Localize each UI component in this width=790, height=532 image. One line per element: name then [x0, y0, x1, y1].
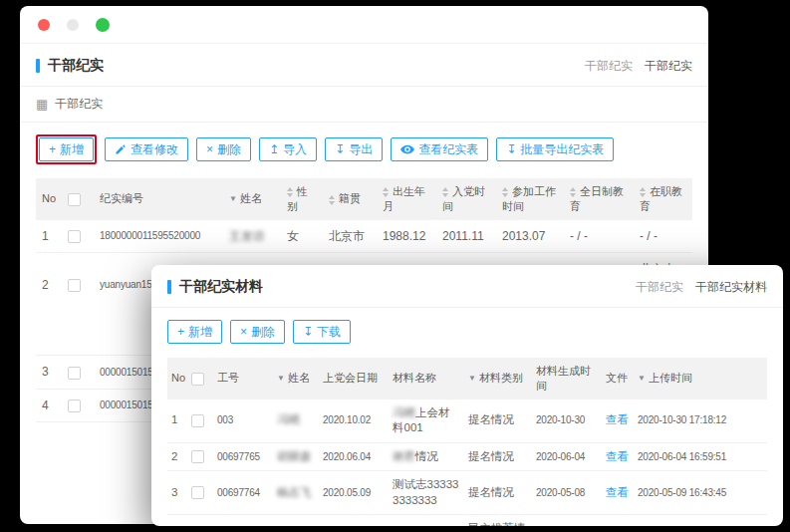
header-join-party-date[interactable]: 入党时间	[436, 178, 496, 220]
cell-employee-id: 00697765	[213, 442, 273, 471]
header-material-category[interactable]: ▼材料类别	[464, 358, 532, 399]
header-name[interactable]: ▼姓名	[273, 358, 319, 399]
close-icon: ×	[240, 326, 247, 338]
cell-upload-time: 2020-06-04 16:59:51	[634, 442, 767, 471]
delete-button[interactable]: × 删除	[230, 320, 285, 344]
cell-generated-time: 2020-06-04	[532, 442, 602, 471]
cell-material-name: 谢君情况	[389, 442, 464, 471]
view-file-link[interactable]: 查看	[606, 486, 629, 498]
header-onjob-education[interactable]: 在职教育	[634, 178, 692, 220]
header-fulltime-education[interactable]: 全日制教育	[564, 178, 634, 220]
sort-icon[interactable]	[640, 187, 646, 197]
header-native-place[interactable]: 籍贯	[323, 178, 377, 220]
sort-icon[interactable]	[329, 195, 335, 205]
plus-icon: +	[177, 326, 184, 338]
add-button[interactable]: + 新增	[167, 320, 222, 344]
header-gender[interactable]: 性别	[281, 178, 323, 220]
breadcrumb: 干部纪实 干部纪实材料	[636, 279, 767, 296]
sort-icon[interactable]	[570, 187, 576, 197]
cell-name: 冯晓	[273, 399, 319, 443]
row-checkbox[interactable]	[68, 399, 81, 412]
breadcrumb-parent[interactable]: 干部纪实	[585, 58, 633, 75]
cell-fulltime-education: - / -	[564, 220, 634, 253]
cell-native-place: 北京市	[323, 220, 377, 253]
header-birth-date[interactable]: 出生年月	[377, 178, 436, 220]
header-name[interactable]: ▼姓名	[223, 178, 281, 220]
cell-select	[62, 389, 94, 421]
select-all-checkbox[interactable]	[68, 193, 81, 206]
close-window-button[interactable]	[38, 19, 50, 31]
cell-record-id: 1800000011595520000	[94, 220, 223, 253]
table-row[interactable]: 1 1800000011595520000 王发语 女 北京市 1988.12 …	[36, 220, 692, 253]
view-file-link[interactable]: 查看	[606, 413, 629, 425]
row-checkbox[interactable]	[191, 450, 204, 463]
cell-no: 1	[36, 220, 62, 253]
cell-material-category: 民主推荐情况	[464, 515, 532, 526]
table-row[interactable]: 2 00697765 胡丽森 2020.06.04 谢君情况 提名情况 2020…	[167, 442, 767, 471]
view-record-sheet-button[interactable]: 查看纪实表	[391, 137, 488, 161]
annotation-highlight: + 新增	[36, 134, 97, 164]
select-all-checkbox[interactable]	[191, 373, 204, 386]
filter-icon[interactable]: ▼	[229, 194, 237, 205]
page-title-text: 干部纪实	[48, 57, 104, 75]
page-header: 干部纪实 干部纪实 干部纪实	[20, 44, 708, 87]
filter-icon[interactable]: ▼	[277, 374, 285, 385]
cell-file: 查看	[602, 442, 634, 471]
header-start-work-date[interactable]: 参加工作时间	[496, 178, 564, 220]
cell-no: 4	[36, 389, 62, 421]
cadre-materials-table: No 工号 ▼姓名 上党会日期 材料名称 ▼材料类别 材料生成时间 文件 ▼上传…	[167, 358, 767, 526]
header-employee-id: 工号	[213, 358, 273, 399]
view-edit-button[interactable]: 查看修改	[105, 137, 188, 161]
header-select-all[interactable]	[187, 358, 213, 399]
table-row[interactable]: 3 00697764 杨志飞 2020.05.09 测试志33333333333…	[167, 471, 767, 515]
cell-name: 胡丽森	[273, 442, 319, 471]
table-row[interactable]: 1 003 冯晓 2020.10.02 冯晓上会材料001 提名情况 2020-…	[167, 399, 767, 443]
minimize-window-button[interactable]	[67, 19, 79, 31]
header-select-all[interactable]	[62, 178, 94, 220]
add-button[interactable]: + 新增	[39, 137, 94, 161]
delete-button[interactable]: × 删除	[196, 137, 251, 161]
upload-icon: ↥	[269, 143, 279, 155]
table-header-row: No 纪实编号 ▼姓名 性别 籍贯 出生年月 入党时间 参加工作时间 全日制教育…	[36, 178, 692, 220]
row-checkbox[interactable]	[191, 486, 204, 499]
breadcrumb: 干部纪实 干部纪实	[585, 58, 692, 75]
header-upload-time[interactable]: ▼上传时间	[634, 358, 767, 399]
cell-employee-id: 00697764	[213, 515, 273, 526]
filter-icon[interactable]: ▼	[638, 374, 646, 385]
row-checkbox[interactable]	[191, 414, 204, 427]
sort-icon[interactable]	[502, 187, 508, 197]
row-checkbox[interactable]	[68, 230, 81, 243]
cell-join-party-date: 2011.11	[436, 220, 496, 253]
maximize-window-button[interactable]	[96, 18, 110, 32]
view-file-link[interactable]: 查看	[606, 450, 629, 462]
row-checkbox[interactable]	[68, 279, 81, 292]
download-icon: ↧	[335, 143, 345, 155]
sort-icon[interactable]	[287, 187, 293, 197]
header-material-name: 材料名称	[389, 358, 464, 399]
cell-file: 查看	[602, 515, 634, 526]
cell-no: 2	[36, 252, 62, 356]
download-button[interactable]: ↧ 下载	[293, 320, 351, 344]
cell-select	[187, 399, 213, 443]
cell-material-name: 测试志333333333333	[389, 471, 464, 515]
eye-icon	[400, 144, 414, 154]
table-row[interactable]: 4 00697764 杨志飞 2020.03.03 测试用测试 民主推荐情况 2…	[167, 515, 767, 526]
row-checkbox[interactable]	[68, 367, 81, 380]
cell-file: 查看	[602, 471, 634, 515]
header-record-id: 纪实编号	[94, 178, 223, 220]
breadcrumb-current: 干部纪实材料	[695, 279, 767, 296]
export-button[interactable]: ↧ 导出	[325, 137, 383, 161]
breadcrumb-parent[interactable]: 干部纪实	[636, 279, 683, 296]
filter-icon[interactable]: ▼	[468, 374, 476, 385]
sort-icon[interactable]	[383, 187, 389, 197]
cell-upload-time: 2020-10-30 17:18:12	[634, 399, 767, 443]
cell-material-category: 提名情况	[464, 471, 532, 515]
import-button[interactable]: ↥ 导入	[259, 137, 317, 161]
cell-no: 4	[167, 515, 187, 526]
cell-material-category: 提名情况	[464, 442, 532, 471]
cell-employee-id: 00697764	[213, 471, 273, 515]
batch-export-button[interactable]: ↧ 批量导出纪实表	[496, 137, 614, 161]
cell-no: 3	[36, 356, 62, 389]
sort-icon[interactable]	[442, 187, 448, 197]
cell-select	[187, 471, 213, 515]
